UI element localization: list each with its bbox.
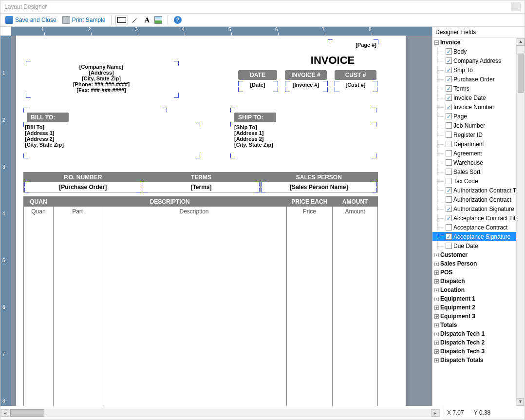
header-table[interactable]: P.O. NUMBERTERMSSALES PERSON [Purchase O… [23, 172, 378, 192]
tree-item[interactable]: Page [432, 112, 516, 121]
tree-item[interactable]: Body [432, 47, 516, 56]
expand-icon[interactable]: + [434, 323, 439, 327]
horizontal-scrollbar[interactable]: ◄ ► [0, 409, 440, 417]
page[interactable]: [Page #] [Company Name] [Address] [City,… [16, 36, 406, 406]
scroll-right-arrow[interactable]: ► [431, 409, 439, 417]
checkbox[interactable] [446, 104, 452, 110]
line-tool[interactable] [130, 15, 141, 25]
expand-icon[interactable]: + [434, 314, 439, 319]
checkbox[interactable] [446, 215, 452, 221]
invoice-num-field[interactable]: [Invoice #] [285, 82, 327, 88]
checkbox[interactable] [446, 57, 452, 64]
tree-root-invoice[interactable]: −Invoice [432, 38, 516, 47]
tree-category[interactable]: +Dispatch Tech 2 [432, 338, 516, 347]
fields-tree[interactable]: −InvoiceBodyCompany AddressShip ToPurcha… [432, 38, 516, 406]
tree-item[interactable]: Sales Sort [432, 167, 516, 176]
checkbox[interactable] [446, 187, 452, 193]
date-header[interactable]: DATE [238, 70, 277, 80]
collapse-icon[interactable]: − [434, 40, 439, 45]
tree-item[interactable]: Acceptance Contract [432, 223, 516, 232]
tree-item[interactable]: Terms [432, 84, 516, 93]
billto-header[interactable]: BILL TO: [27, 113, 69, 122]
billto-block[interactable]: [Bill To] [Address 1] [Address 2] [City,… [25, 124, 195, 148]
checkbox[interactable] [446, 159, 452, 166]
vertical-scrollbar[interactable]: ▲ ▼ [516, 38, 525, 406]
checkbox[interactable] [446, 196, 452, 203]
checkbox[interactable] [446, 132, 452, 138]
checkbox[interactable] [446, 95, 452, 101]
scroll-up-arrow[interactable]: ▲ [517, 38, 525, 46]
tree-category[interactable]: +Totals [432, 321, 516, 329]
scroll-left-arrow[interactable]: ◄ [1, 409, 9, 417]
scroll-down-arrow[interactable]: ▼ [517, 398, 524, 406]
checkbox[interactable] [446, 76, 452, 82]
tree-item[interactable]: Purchase Order [432, 75, 516, 84]
tree-item[interactable]: Invoice Number [432, 102, 516, 112]
checkbox[interactable] [446, 178, 452, 184]
tree-item[interactable]: Authorization Contract Title [432, 186, 516, 195]
tree-item[interactable]: Tax Code [432, 176, 516, 186]
print-sample-button[interactable]: Print Sample [60, 15, 108, 25]
company-block[interactable]: [Company Name] [Address] [City, State Zi… [26, 64, 177, 93]
expand-icon[interactable]: + [434, 341, 439, 345]
cust-num-header[interactable]: CUST # [335, 70, 376, 80]
expand-icon[interactable]: + [434, 297, 439, 301]
expand-icon[interactable]: + [434, 279, 439, 284]
date-field[interactable]: [Date] [238, 82, 277, 88]
checkbox[interactable] [446, 169, 452, 175]
checkbox[interactable] [446, 141, 452, 147]
tree-item[interactable]: Agreement [432, 149, 516, 158]
tree-category[interactable]: +Dispatch Tech 1 [432, 329, 516, 338]
tree-category[interactable]: +Dispatch Totals [432, 356, 516, 364]
checkbox[interactable] [446, 224, 452, 230]
tree-category[interactable]: +Customer [432, 250, 516, 259]
expand-icon[interactable]: + [434, 332, 439, 336]
checkbox[interactable] [446, 85, 452, 92]
expand-icon[interactable]: + [434, 358, 439, 363]
tree-category[interactable]: +Sales Person [432, 259, 516, 268]
expand-icon[interactable]: + [434, 349, 439, 354]
tree-category[interactable]: +Equipment 2 [432, 303, 516, 312]
tree-category[interactable]: +Equipment 1 [432, 294, 516, 303]
checkbox[interactable] [446, 48, 452, 55]
tree-item[interactable]: Department [432, 139, 516, 149]
checkbox[interactable] [446, 113, 452, 119]
close-button[interactable] [511, 2, 521, 11]
tree-item[interactable]: Company Address [432, 56, 516, 65]
tree-item[interactable]: Invoice Date [432, 93, 516, 102]
tree-category[interactable]: +Dispatch [432, 277, 516, 286]
tree-item[interactable]: Authorization Signature [432, 204, 516, 213]
checkbox[interactable] [446, 150, 452, 156]
shipto-block[interactable]: [Ship To] [Address 1] [Address 2] [City,… [234, 124, 371, 148]
tree-item[interactable]: Acceptance Signature [432, 232, 516, 241]
scroll-thumb[interactable] [518, 54, 524, 93]
expand-icon[interactable]: + [434, 305, 439, 310]
checkbox[interactable] [446, 233, 452, 240]
canvas[interactable]: [Page #] [Company Name] [Address] [City,… [11, 36, 432, 406]
hscroll-thumb[interactable] [10, 409, 44, 417]
checkbox[interactable] [446, 122, 452, 129]
checkbox[interactable] [446, 206, 452, 212]
expand-icon[interactable]: + [434, 253, 439, 257]
checkbox[interactable] [446, 243, 452, 249]
items-table[interactable]: QUANDESCRIPTIONPRICE EACHAMOUNT QuanPart… [23, 196, 378, 406]
text-tool[interactable]: A [143, 15, 151, 25]
page-number-field[interactable]: [Page #] [328, 42, 376, 48]
shipto-header[interactable]: SHIP TO: [234, 113, 276, 122]
save-and-close-button[interactable]: Save and Close [3, 15, 58, 25]
expand-icon[interactable]: + [434, 262, 439, 266]
checkbox[interactable] [446, 67, 452, 73]
tree-item[interactable]: Warehouse [432, 158, 516, 167]
tree-category[interactable]: +Location [432, 286, 516, 294]
tree-item[interactable]: Job Number [432, 121, 516, 130]
tree-category[interactable]: +Dispatch Tech 3 [432, 347, 516, 356]
expand-icon[interactable]: + [434, 288, 439, 292]
invoice-title[interactable]: INVOICE [289, 54, 376, 67]
tree-item[interactable]: Due Date [432, 241, 516, 250]
cust-num-field[interactable]: [Cust #] [335, 82, 376, 88]
tree-item[interactable]: Register ID [432, 130, 516, 139]
image-tool[interactable] [153, 15, 164, 25]
rectangle-tool[interactable] [115, 16, 128, 24]
expand-icon[interactable]: + [434, 270, 439, 275]
help-button[interactable]: ? [172, 15, 184, 25]
